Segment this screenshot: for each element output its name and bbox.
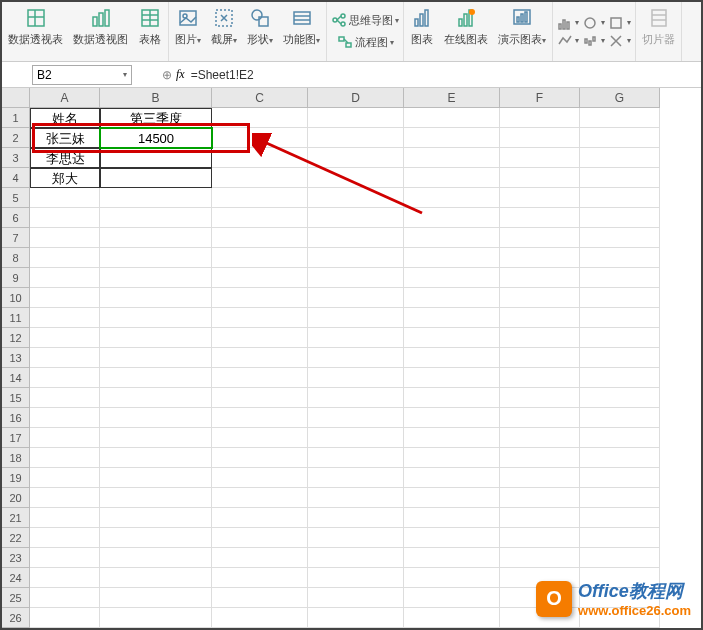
cell-A7[interactable]	[30, 228, 100, 248]
row-header-3[interactable]: 3	[2, 148, 30, 168]
cell-B13[interactable]	[100, 348, 212, 368]
cell-E5[interactable]	[404, 188, 500, 208]
smartart-button[interactable]: 功能图▾	[281, 4, 322, 49]
col-header-e[interactable]: E	[404, 88, 500, 108]
cell-E20[interactable]	[404, 488, 500, 508]
cell-E10[interactable]	[404, 288, 500, 308]
sparkline-extra3-button[interactable]: ▾	[609, 34, 631, 48]
cell-D14[interactable]	[308, 368, 404, 388]
sparkline-extra2-button[interactable]: ▾	[609, 16, 631, 30]
cell-B12[interactable]	[100, 328, 212, 348]
cell-E18[interactable]	[404, 448, 500, 468]
cell-D6[interactable]	[308, 208, 404, 228]
cell-A19[interactable]	[30, 468, 100, 488]
col-header-b[interactable]: B	[100, 88, 212, 108]
row-header-25[interactable]: 25	[2, 588, 30, 608]
row-header-15[interactable]: 15	[2, 388, 30, 408]
insert-function-icon[interactable]: ⊕	[162, 68, 172, 82]
col-header-g[interactable]: G	[580, 88, 660, 108]
cell-E15[interactable]	[404, 388, 500, 408]
cell-B8[interactable]	[100, 248, 212, 268]
cell-B3[interactable]	[100, 148, 212, 168]
cell-B25[interactable]	[100, 588, 212, 608]
row-header-11[interactable]: 11	[2, 308, 30, 328]
cell-C9[interactable]	[212, 268, 308, 288]
cell-B6[interactable]	[100, 208, 212, 228]
cell-F23[interactable]	[500, 548, 580, 568]
cell-A16[interactable]	[30, 408, 100, 428]
picture-button[interactable]: 图片▾	[173, 4, 203, 49]
cell-E1[interactable]	[404, 108, 500, 128]
online-chart-button[interactable]: 在线图表	[442, 4, 490, 49]
cell-C10[interactable]	[212, 288, 308, 308]
sparkline-winloss-button[interactable]: ▾	[583, 34, 605, 48]
cell-C1[interactable]	[212, 108, 308, 128]
cell-F18[interactable]	[500, 448, 580, 468]
table-button[interactable]: 表格	[136, 4, 164, 49]
cell-C25[interactable]	[212, 588, 308, 608]
cell-E2[interactable]	[404, 128, 500, 148]
cells-grid[interactable]: 姓名第三季度张三妹14500李思达郑大	[30, 108, 660, 630]
chart-button[interactable]: 图表	[408, 4, 436, 49]
cell-D3[interactable]	[308, 148, 404, 168]
cell-E17[interactable]	[404, 428, 500, 448]
cell-A11[interactable]	[30, 308, 100, 328]
mindmap-button[interactable]: 思维导图▾	[331, 13, 399, 29]
sparkline-line-button[interactable]: ▾	[557, 34, 579, 48]
col-header-d[interactable]: D	[308, 88, 404, 108]
cell-B11[interactable]	[100, 308, 212, 328]
cell-B17[interactable]	[100, 428, 212, 448]
cell-F6[interactable]	[500, 208, 580, 228]
cell-B21[interactable]	[100, 508, 212, 528]
cell-E16[interactable]	[404, 408, 500, 428]
cell-D20[interactable]	[308, 488, 404, 508]
row-header-26[interactable]: 26	[2, 608, 30, 628]
flowchart-button[interactable]: 流程图▾	[337, 35, 394, 51]
cell-F4[interactable]	[500, 168, 580, 188]
cell-G17[interactable]	[580, 428, 660, 448]
cell-D25[interactable]	[308, 588, 404, 608]
pivot-chart-button[interactable]: 数据透视图	[71, 4, 130, 49]
cell-F7[interactable]	[500, 228, 580, 248]
cell-A1[interactable]: 姓名	[30, 108, 100, 128]
cell-E24[interactable]	[404, 568, 500, 588]
cell-B20[interactable]	[100, 488, 212, 508]
cell-D1[interactable]	[308, 108, 404, 128]
row-header-21[interactable]: 21	[2, 508, 30, 528]
cell-B10[interactable]	[100, 288, 212, 308]
cell-C20[interactable]	[212, 488, 308, 508]
cell-D15[interactable]	[308, 388, 404, 408]
cell-G15[interactable]	[580, 388, 660, 408]
cell-E19[interactable]	[404, 468, 500, 488]
row-header-2[interactable]: 2	[2, 128, 30, 148]
cell-A12[interactable]	[30, 328, 100, 348]
cell-F13[interactable]	[500, 348, 580, 368]
cell-A6[interactable]	[30, 208, 100, 228]
cell-B14[interactable]	[100, 368, 212, 388]
row-header-13[interactable]: 13	[2, 348, 30, 368]
row-header-22[interactable]: 22	[2, 528, 30, 548]
cell-A18[interactable]	[30, 448, 100, 468]
cell-A4[interactable]: 郑大	[30, 168, 100, 188]
demo-chart-button[interactable]: 演示图表▾	[496, 4, 548, 49]
cell-C24[interactable]	[212, 568, 308, 588]
cell-F21[interactable]	[500, 508, 580, 528]
cell-A22[interactable]	[30, 528, 100, 548]
cell-A14[interactable]	[30, 368, 100, 388]
cell-D19[interactable]	[308, 468, 404, 488]
row-header-1[interactable]: 1	[2, 108, 30, 128]
slicer-button[interactable]: 切片器	[640, 4, 677, 49]
row-header-20[interactable]: 20	[2, 488, 30, 508]
row-header-8[interactable]: 8	[2, 248, 30, 268]
select-all-corner[interactable]	[2, 88, 30, 108]
cell-B22[interactable]	[100, 528, 212, 548]
cell-G5[interactable]	[580, 188, 660, 208]
cell-D21[interactable]	[308, 508, 404, 528]
cell-D24[interactable]	[308, 568, 404, 588]
cell-B16[interactable]	[100, 408, 212, 428]
cell-G2[interactable]	[580, 128, 660, 148]
cell-F12[interactable]	[500, 328, 580, 348]
cell-A8[interactable]	[30, 248, 100, 268]
cell-E8[interactable]	[404, 248, 500, 268]
cell-G7[interactable]	[580, 228, 660, 248]
